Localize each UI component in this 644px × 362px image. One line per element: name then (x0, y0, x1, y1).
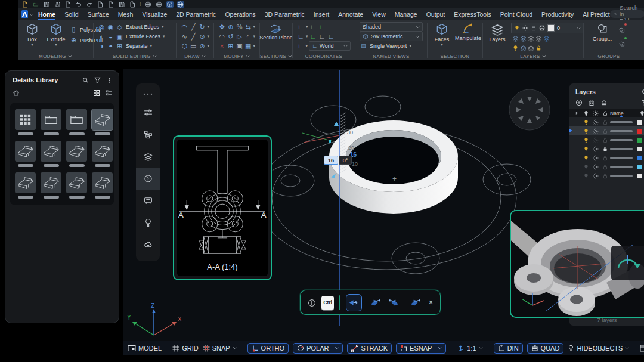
subtract-icon[interactable]: ◉ (107, 23, 114, 31)
globe-icon[interactable] (145, 1, 152, 8)
home-icon[interactable] (13, 87, 20, 98)
ucs-icon[interactable]: ∟ (297, 23, 305, 31)
app-menu-chevron-icon[interactable] (29, 9, 33, 20)
array-rect-icon[interactable]: ▦ (244, 42, 252, 50)
offset-icon[interactable]: ▣ (236, 42, 243, 50)
info-icon[interactable] (308, 297, 316, 308)
cloud-upload-icon[interactable] (136, 234, 160, 256)
lock-icon[interactable] (600, 173, 610, 179)
view-select[interactable]: SW Isometric (360, 32, 423, 41)
library-tile-all[interactable] (15, 109, 36, 135)
library-tile-folder[interactable] (41, 109, 61, 135)
rectangle-icon[interactable]: ▭ (190, 42, 197, 50)
move-icon[interactable]: ✥ (218, 23, 226, 31)
save-as-icon[interactable] (54, 1, 61, 8)
quad-toggle[interactable]: QUAD (527, 343, 564, 354)
box-button[interactable]: Box ▾ (22, 23, 42, 47)
panel-label[interactable]: MODIFY (214, 52, 259, 60)
ucs-named-icon[interactable]: ∟ (297, 42, 305, 50)
tab-surface[interactable]: Surface (88, 11, 109, 18)
ucs-prev-icon[interactable]: ∟ (297, 32, 305, 41)
lock-col-icon[interactable] (600, 110, 610, 116)
layer-color-swatch[interactable] (637, 156, 642, 160)
annotation-scale[interactable]: 1:1 (457, 344, 482, 352)
save-icon[interactable] (43, 1, 50, 8)
layer-row-selected[interactable] (569, 126, 644, 135)
settings-sliders-icon[interactable] (136, 101, 160, 123)
tab-2d-parametric[interactable]: 2D Parametric (176, 11, 216, 18)
lock-icon[interactable] (600, 137, 610, 143)
bulb-icon[interactable] (581, 119, 591, 125)
circle-icon[interactable]: ⊙ (199, 32, 206, 41)
bulb-icon[interactable] (581, 155, 591, 161)
strack-toggle[interactable]: STRACK (347, 343, 392, 354)
bulb-icon[interactable] (581, 146, 591, 152)
shell-icon[interactable]: ◓ (107, 42, 114, 50)
chamfer-icon[interactable]: ◜ (244, 32, 252, 41)
ucs-3p-icon[interactable]: ∟ (327, 32, 335, 41)
panel-label[interactable]: SOLID EDITING (94, 52, 176, 60)
layers-stack-icon[interactable] (136, 146, 160, 168)
presspull-mode-solid[interactable] (407, 295, 422, 311)
set-current-icon[interactable] (600, 99, 608, 106)
lock-icon[interactable] (600, 164, 610, 170)
ucs-face-icon[interactable]: ∟ (309, 32, 317, 41)
rotate-icon[interactable]: ⊕ (227, 23, 235, 31)
lock-icon[interactable] (600, 128, 610, 134)
extrude-button[interactable]: Extrude ▾ (46, 23, 66, 47)
hierarchy-icon[interactable] (136, 123, 160, 146)
layer-color-swatch[interactable] (637, 147, 642, 151)
esnap-toggle[interactable]: ESNAP (396, 343, 446, 354)
layer-row[interactable] (569, 144, 644, 153)
tab-solid[interactable]: Solid (64, 11, 78, 18)
panel-label[interactable]: MODELING (18, 52, 93, 60)
pline-icon[interactable]: ╱ (190, 23, 197, 31)
layer-row[interactable] (569, 135, 644, 144)
etransmit-icon[interactable] (64, 1, 72, 8)
presspull-mode-extrude[interactable] (346, 294, 362, 311)
workspace-switcher[interactable]: Drafting (640, 345, 644, 352)
lock-icon[interactable] (600, 146, 610, 152)
search-icon[interactable] (642, 88, 644, 95)
tab-ai-predict[interactable]: AI Predict (583, 11, 610, 18)
redo-icon[interactable] (86, 1, 93, 8)
model-viewport[interactable]: Z Y X 30 20 16 10 16 0° + (123, 69, 644, 341)
group-edit-icon[interactable] (618, 38, 626, 49)
layer-unisolate-icon[interactable] (520, 35, 527, 42)
filter-icon[interactable] (642, 99, 644, 106)
spline-icon[interactable]: ∿ (181, 32, 188, 41)
layer-color-swatch[interactable] (637, 174, 642, 178)
din-toggle[interactable]: DIN (494, 343, 523, 354)
layer-lock-icon[interactable] (535, 45, 542, 51)
tab-view[interactable]: View (372, 11, 386, 18)
tab-point-cloud[interactable]: Point Cloud (500, 11, 532, 18)
layer-combo[interactable]: 0 (511, 23, 584, 33)
bulb-icon[interactable] (581, 173, 591, 179)
angle-input[interactable]: 0° (339, 156, 352, 165)
snap-toggle[interactable]: SNAP (203, 345, 237, 352)
union-icon[interactable]: ◎ (98, 23, 106, 31)
explode-icon[interactable]: ⊞ (227, 42, 235, 50)
tab-operations[interactable]: Operations (225, 11, 255, 18)
more-options-icon[interactable] (106, 77, 113, 83)
sun-icon[interactable] (591, 137, 600, 143)
fillet-edge-icon[interactable]: ◒ (107, 32, 114, 41)
chevron-down-icon[interactable]: ▾ (31, 43, 33, 47)
mirror-icon[interactable]: ⇆ (244, 23, 252, 31)
balloon-icon[interactable] (136, 212, 160, 234)
layer-row[interactable] (569, 117, 644, 126)
tab-insert[interactable]: Insert (314, 11, 329, 18)
library-tile-part[interactable] (92, 141, 113, 167)
presspull-mode-offset[interactable] (367, 295, 382, 311)
ucs-select[interactable]: ∟ World (309, 41, 351, 51)
viewport-config-button[interactable]: ▤ Single Viewport▾ (360, 42, 411, 51)
polygon-icon[interactable]: ⬡ (181, 42, 188, 50)
bulb-icon[interactable] (581, 128, 591, 134)
ribbon-search[interactable]: Search in Ribbon (610, 10, 644, 18)
ucs-view-icon[interactable]: ∟ (318, 32, 326, 41)
layer-copy-icon[interactable] (520, 45, 527, 51)
panel-label[interactable]: SECTIONS (260, 52, 292, 60)
globe2-icon[interactable] (156, 1, 163, 8)
ungroup-icon[interactable] (618, 24, 626, 35)
dimension-input[interactable]: 16 (324, 156, 338, 165)
